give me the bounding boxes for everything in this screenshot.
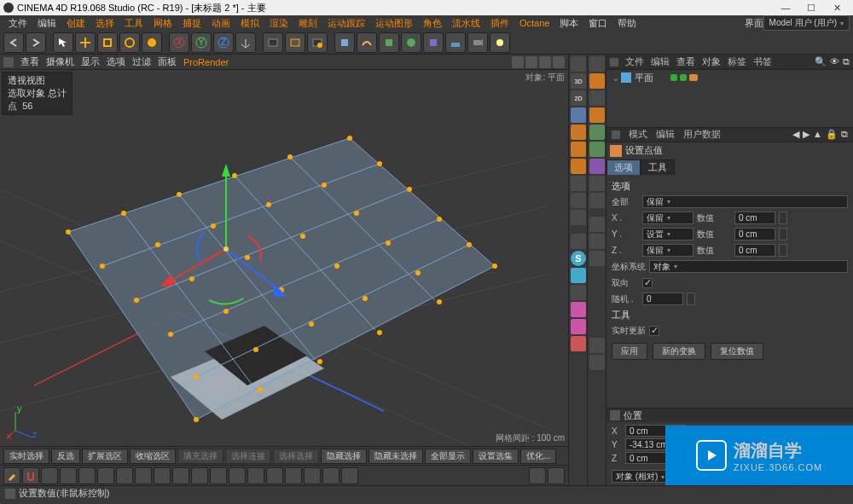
sel-grow[interactable]: 扩展选区	[82, 449, 128, 464]
knife-icon[interactable]	[154, 467, 171, 484]
p-bend-icon[interactable]	[589, 159, 605, 174]
menu-snap[interactable]: 捕捉	[177, 17, 206, 30]
input-z-num[interactable]: 0 cm	[734, 244, 775, 257]
om-edit[interactable]: 编辑	[651, 55, 670, 68]
vp-menu-panel[interactable]: 面板	[158, 55, 177, 68]
input-x-num[interactable]: 0 cm	[734, 211, 775, 224]
recent-tool-button[interactable]	[142, 32, 162, 53]
am-pop-icon[interactable]: ⧉	[841, 129, 848, 140]
attr-tab-tool[interactable]: 工具	[641, 159, 675, 175]
maximize-button[interactable]: ☐	[798, 0, 824, 15]
menu-create[interactable]: 创建	[61, 17, 90, 30]
object-tree-row[interactable]: ⌄ 平面	[606, 70, 853, 85]
sel-live[interactable]: 实时选择	[3, 449, 49, 464]
p-instance-icon[interactable]	[589, 234, 605, 249]
matmgr-icon[interactable]	[529, 467, 546, 484]
weld-icon[interactable]	[247, 467, 264, 484]
make-editable-icon[interactable]	[571, 56, 586, 72]
spin-z[interactable]	[779, 244, 787, 257]
spline-button[interactable]	[357, 32, 377, 53]
menu-sim[interactable]: 模拟	[235, 17, 264, 30]
sel-opt[interactable]: 优化...	[520, 449, 556, 464]
stitch-icon[interactable]	[266, 467, 283, 484]
iron-icon[interactable]	[41, 467, 58, 484]
om-object[interactable]: 对象	[702, 55, 721, 68]
p-layer-icon[interactable]	[589, 338, 605, 353]
menu-anim[interactable]: 动画	[206, 17, 235, 30]
p-struct-icon[interactable]	[589, 355, 605, 370]
am-lock-icon[interactable]: 🔒	[826, 129, 838, 140]
bevel-icon[interactable]	[210, 467, 227, 484]
om-pop-icon[interactable]: ⧉	[843, 56, 850, 67]
coord-menu-icon[interactable]	[610, 410, 620, 420]
texture-mode-icon[interactable]: 2D	[571, 90, 586, 106]
menu-track[interactable]: 运动跟踪	[322, 17, 370, 30]
generator-button[interactable]	[379, 32, 399, 53]
move-button[interactable]	[75, 32, 96, 53]
menu-select[interactable]: 选择	[90, 17, 119, 30]
am-userdata[interactable]: 用户数据	[683, 128, 721, 141]
point-mode-icon[interactable]	[571, 125, 586, 140]
vp-menu-prorender[interactable]: ProRender	[183, 57, 229, 67]
spin-x[interactable]	[779, 211, 787, 224]
om-view[interactable]: 查看	[676, 55, 695, 68]
om-bookmark[interactable]: 书签	[753, 55, 772, 68]
p-sweep-icon[interactable]	[589, 142, 605, 157]
lock-workplane-icon[interactable]	[571, 336, 586, 351]
undo-button[interactable]	[3, 32, 24, 53]
p-cube-icon[interactable]	[589, 56, 605, 72]
tweak-mode-icon[interactable]	[571, 193, 586, 208]
phong-tag-icon[interactable]	[689, 74, 698, 81]
menu-plugins[interactable]: 插件	[485, 17, 514, 30]
btn-reset[interactable]: 复位数值	[711, 343, 763, 360]
axis-x-button[interactable]: X	[169, 32, 189, 53]
vp-menu-camera[interactable]: 摄像机	[46, 55, 74, 68]
magnet-icon[interactable]	[22, 467, 39, 484]
workplane2-icon[interactable]	[571, 319, 586, 334]
om-eye-icon[interactable]: 👁	[830, 56, 839, 67]
vp-rotate-icon[interactable]	[539, 56, 551, 68]
plane-object-name[interactable]: 平面	[635, 72, 653, 84]
sel-fill[interactable]: 填充选择	[177, 449, 223, 464]
menu-char[interactable]: 角色	[418, 17, 447, 30]
normal-scale-icon[interactable]	[116, 467, 133, 484]
om-menu-icon[interactable]	[610, 58, 618, 67]
close-hole-icon[interactable]	[285, 467, 302, 484]
dd-z[interactable]: 保留	[642, 244, 693, 257]
btn-apply[interactable]: 应用	[612, 343, 647, 360]
menu-pipe[interactable]: 流水线	[447, 17, 485, 30]
render-settings-button[interactable]	[307, 32, 328, 53]
am-mode[interactable]: 模式	[629, 128, 647, 141]
am-menu-icon[interactable]	[612, 130, 620, 139]
sel-hide[interactable]: 隐藏选择	[321, 449, 367, 464]
vp-toggle-icon[interactable]	[553, 56, 565, 68]
chk-bidir[interactable]: ✓	[642, 278, 653, 288]
minimize-button[interactable]: —	[773, 0, 798, 15]
p-xref-icon[interactable]	[589, 251, 605, 266]
object-mode-icon[interactable]	[571, 107, 586, 123]
primitive-button[interactable]	[334, 32, 355, 53]
p-disc-icon[interactable]	[589, 107, 605, 123]
render-view-button[interactable]	[263, 32, 283, 53]
normal-move-icon[interactable]	[97, 467, 114, 484]
slide-icon[interactable]	[78, 467, 96, 484]
snap-enable-icon[interactable]	[571, 234, 586, 249]
extrude-icon[interactable]	[191, 467, 208, 484]
vp-zoom-icon[interactable]	[525, 56, 537, 68]
sel-sel[interactable]: 选择选择	[273, 449, 319, 464]
visibility-render-dot[interactable]	[680, 74, 687, 81]
p-sds-icon[interactable]	[589, 125, 605, 140]
om-search-icon[interactable]: 🔍	[815, 56, 827, 67]
layout-dropdown[interactable]: Model 用户 (用户)	[763, 15, 850, 31]
om-tags[interactable]: 标签	[728, 55, 746, 68]
coord-icon[interactable]	[548, 467, 565, 484]
chk-realtime[interactable]: ✓	[649, 326, 659, 336]
menu-mograph[interactable]: 运动图形	[370, 17, 418, 30]
poly-mode-icon[interactable]	[571, 159, 586, 174]
input-y-num[interactable]: 0 cm	[734, 228, 775, 240]
redo-button[interactable]	[26, 32, 46, 53]
spin-rand[interactable]	[687, 293, 695, 305]
polypen-icon[interactable]	[172, 467, 189, 484]
attr-tab-options[interactable]: 选项	[606, 159, 641, 175]
am-up-icon[interactable]: ▲	[813, 129, 822, 140]
